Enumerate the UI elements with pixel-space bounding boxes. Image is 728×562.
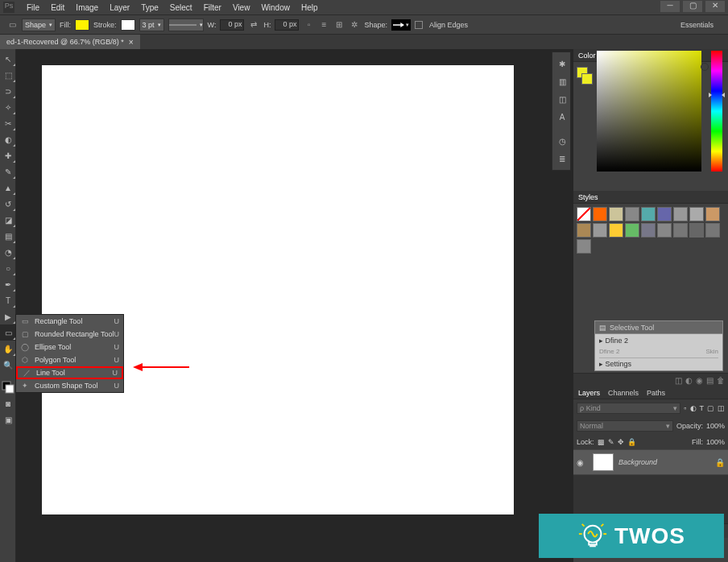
- list-icon[interactable]: ≣: [554, 151, 570, 167]
- zoom-tool[interactable]: 🔍: [0, 357, 16, 373]
- document-tab[interactable]: ed-1-Recovered @ 66.7% (RGB/8) * ×: [0, 35, 140, 49]
- history-brush-tool[interactable]: ↺: [0, 196, 16, 212]
- paths-tab[interactable]: Paths: [647, 389, 665, 397]
- workspace-switcher[interactable]: Essentials: [674, 18, 720, 32]
- filter-icon-3[interactable]: T: [700, 404, 705, 412]
- stroke-width-dropdown[interactable]: 3 pt▾: [139, 19, 164, 31]
- current-tool-icon[interactable]: ▭: [6, 19, 18, 31]
- style-swatch[interactable]: [673, 207, 688, 221]
- lock-transparent-icon[interactable]: ▩: [598, 438, 605, 446]
- selective-group[interactable]: ▸ Dfine 2: [599, 337, 718, 345]
- menu-select[interactable]: Select: [164, 3, 198, 12]
- layers-icon-trash[interactable]: 🗑: [717, 376, 725, 385]
- style-swatch[interactable]: [609, 223, 623, 238]
- shape-picker-dropdown[interactable]: ▾: [391, 19, 411, 31]
- style-swatch[interactable]: [673, 223, 688, 238]
- menu-filter[interactable]: Filter: [198, 3, 227, 12]
- swatches-icon[interactable]: ◫: [554, 91, 570, 107]
- fg-bg-colors[interactable]: [0, 379, 16, 395]
- style-swatch[interactable]: [609, 207, 623, 221]
- layers-icon-4[interactable]: ▤: [706, 376, 714, 385]
- stamp-tool[interactable]: ▲: [0, 180, 16, 196]
- menu-edit[interactable]: Edit: [45, 3, 70, 12]
- flyout-rectangle-tool[interactable]: ▭ Rectangle Tool U: [16, 315, 123, 328]
- lock-all-icon[interactable]: 🔒: [627, 438, 636, 446]
- flyout-rounded-rectangle-tool[interactable]: ▢ Rounded Rectangle Tool U: [16, 328, 123, 341]
- path-selection-tool[interactable]: ▶: [0, 308, 16, 324]
- channels-tab[interactable]: Channels: [608, 389, 639, 397]
- hand-tool[interactable]: ✋: [0, 341, 16, 357]
- filter-icon-1[interactable]: ▫: [684, 404, 686, 412]
- lasso-tool[interactable]: ⊃: [0, 83, 16, 99]
- flyout-line-tool[interactable]: ／ Line Tool U: [16, 366, 123, 379]
- height-input[interactable]: 0 px: [275, 19, 299, 31]
- magic-wand-tool[interactable]: ✧: [0, 99, 16, 115]
- menu-window[interactable]: Window: [255, 3, 296, 12]
- style-swatch[interactable]: [577, 207, 591, 221]
- type-tool[interactable]: T: [0, 292, 16, 308]
- style-swatch[interactable]: [641, 207, 656, 221]
- layers-icon-3[interactable]: ◉: [696, 376, 703, 385]
- color-picker[interactable]: [597, 51, 725, 171]
- filter-icon-2[interactable]: ◐: [690, 404, 697, 412]
- style-swatch[interactable]: [577, 223, 591, 238]
- screen-mode-icon[interactable]: ▣: [0, 411, 16, 428]
- quick-mask-icon[interactable]: ◙: [0, 395, 16, 411]
- clock-icon[interactable]: ◷: [554, 133, 570, 149]
- color-bg-swatch[interactable]: [581, 73, 593, 85]
- flyout-ellipse-tool[interactable]: ◯ Ellipse Tool U: [16, 341, 123, 353]
- menu-view[interactable]: View: [227, 3, 256, 12]
- menu-layer[interactable]: Layer: [104, 3, 135, 12]
- hue-bar[interactable]: [711, 51, 722, 171]
- selective-settings[interactable]: ▸ Settings: [599, 357, 718, 368]
- filter-icon-5[interactable]: ◫: [718, 404, 725, 412]
- layer-thumbnail[interactable]: [593, 453, 614, 471]
- opacity-value[interactable]: 100%: [706, 422, 725, 430]
- histogram-icon[interactable]: ▥: [554, 73, 570, 89]
- close-button[interactable]: ✕: [705, 1, 725, 12]
- path-ops-icon[interactable]: ▫: [303, 19, 314, 31]
- style-swatch[interactable]: [625, 223, 639, 238]
- align-icon[interactable]: ≡: [318, 19, 329, 31]
- visibility-eye-icon[interactable]: ◉: [577, 458, 588, 467]
- dodge-tool[interactable]: ○: [0, 260, 16, 276]
- layers-tab[interactable]: Layers: [578, 389, 600, 397]
- menu-file[interactable]: File: [21, 3, 45, 12]
- stroke-style-dropdown[interactable]: ▾: [168, 19, 204, 31]
- style-swatch[interactable]: [689, 223, 704, 238]
- lock-position-icon[interactable]: ✥: [618, 438, 624, 446]
- style-swatch[interactable]: [593, 223, 607, 238]
- style-swatch[interactable]: [705, 207, 720, 221]
- blur-tool[interactable]: ◔: [0, 244, 16, 260]
- minimize-button[interactable]: ─: [660, 1, 680, 12]
- style-swatch[interactable]: [625, 207, 639, 221]
- style-swatch[interactable]: [705, 223, 720, 238]
- document-tab-close-icon[interactable]: ×: [129, 38, 134, 47]
- crop-tool[interactable]: ✂: [0, 115, 16, 131]
- fill-value[interactable]: 100%: [706, 438, 725, 446]
- stroke-swatch[interactable]: [121, 19, 135, 31]
- shape-tool[interactable]: ▭: [0, 324, 16, 341]
- gradient-tool[interactable]: ▤: [0, 228, 16, 244]
- layer-kind-dropdown[interactable]: ρ Kind▾: [577, 403, 680, 414]
- color-tab[interactable]: Color: [578, 52, 596, 60]
- eraser-tool[interactable]: ◪: [0, 212, 16, 228]
- flyout-polygon-tool[interactable]: ⬡ Polygon Tool U: [16, 353, 123, 366]
- align-edges-checkbox[interactable]: [415, 21, 423, 29]
- width-input[interactable]: 0 px: [220, 19, 244, 31]
- healing-tool[interactable]: ✚: [0, 147, 16, 163]
- blend-mode-dropdown[interactable]: Normal▾: [577, 420, 673, 432]
- layers-icon-1[interactable]: ◫: [675, 376, 682, 385]
- settings-gear-icon[interactable]: ✲: [349, 19, 360, 31]
- style-swatch[interactable]: [641, 223, 656, 238]
- filter-icon-4[interactable]: ▢: [707, 404, 714, 412]
- canvas[interactable]: [42, 65, 514, 514]
- style-swatch[interactable]: [577, 239, 591, 254]
- layer-row-background[interactable]: ◉ Background 🔒: [573, 449, 728, 475]
- styles-tab[interactable]: Styles: [578, 193, 598, 201]
- app-logo-icon[interactable]: Ps: [3, 2, 14, 13]
- style-swatch[interactable]: [657, 223, 672, 238]
- link-wh-icon[interactable]: ⇄: [248, 19, 259, 31]
- move-tool[interactable]: ↖: [0, 51, 16, 67]
- menu-image[interactable]: Image: [70, 3, 104, 12]
